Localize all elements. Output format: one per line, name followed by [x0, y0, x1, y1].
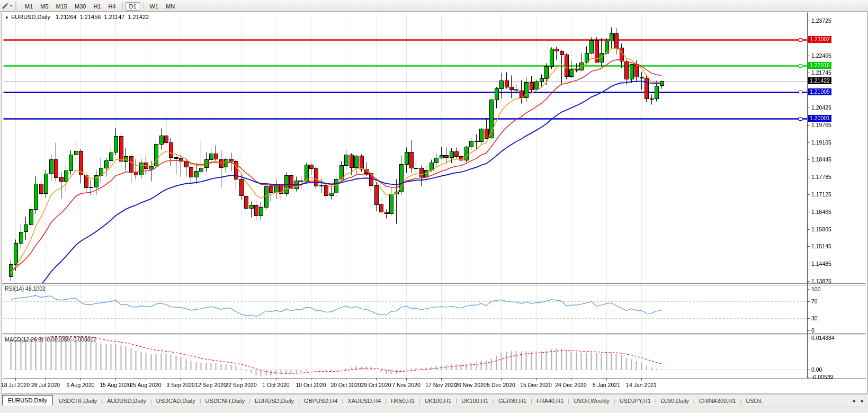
- timeframe-button-m15[interactable]: M15: [52, 2, 71, 11]
- timeframe-button-h4[interactable]: H4: [104, 2, 119, 11]
- price-axis-tick: 1.20425: [811, 104, 831, 111]
- symbol-dropdown-icon[interactable]: ▼: [5, 15, 9, 20]
- chart-tab[interactable]: USDCNH,Daily: [201, 396, 249, 406]
- price-axis-tick: 1.17125: [811, 191, 831, 197]
- timeframe-buttons: M1M5M15M30H1H4D1W1MN: [21, 1, 178, 11]
- price-axis-tick: 1.14485: [811, 261, 831, 267]
- indicator-axis-tick: 100: [811, 286, 821, 292]
- indicator-axis-tick: -0.00539: [811, 374, 833, 380]
- price-axis-tick: 1.19765: [811, 122, 831, 128]
- chart-tab[interactable]: USDCAD,Daily: [152, 396, 200, 406]
- ohlc-open: 1.21264: [56, 14, 77, 20]
- dropdown-caret-icon[interactable]: ▾: [10, 3, 12, 8]
- price-axis-tick: 1.13825: [811, 278, 831, 284]
- ohlc-low: 1.21147: [104, 14, 124, 20]
- price-axis-tick: 1.16465: [811, 209, 831, 215]
- price-level-badge[interactable]: 1.20001: [808, 115, 831, 122]
- price-axis-tick: 1.22405: [811, 52, 831, 59]
- chart-symbol: EURUSD,Daily: [11, 14, 50, 20]
- timeframe-button-w1[interactable]: W1: [146, 2, 163, 11]
- chart-tab[interactable]: UK100,H1: [457, 396, 493, 406]
- chart-tab[interactable]: CHINA300,H1: [695, 396, 740, 406]
- timeframe-button-d1[interactable]: D1: [126, 2, 140, 11]
- status-strip: [0, 407, 868, 413]
- chart-tab[interactable]: XAUUSD,H4: [343, 396, 385, 406]
- chart-tab[interactable]: AUDUSD,Daily: [103, 396, 150, 406]
- price-level-badge[interactable]: 1.23002: [808, 36, 831, 43]
- tab-scroll-left-icon[interactable]: ◄: [851, 398, 856, 403]
- price-level-badge[interactable]: 1.21009: [808, 88, 831, 95]
- price-axis-tick: 1.23725: [811, 17, 831, 24]
- timeframe-button-mn[interactable]: MN: [162, 2, 178, 11]
- cursor-tool-icon[interactable]: [1, 2, 10, 10]
- chart-tab[interactable]: GER30,H1: [494, 396, 531, 406]
- toolbar-separator: [143, 2, 144, 10]
- ohlc-high: 1.21456: [80, 14, 101, 20]
- current-price-badge: 1.21422: [808, 77, 831, 84]
- chart-tab[interactable]: GBPUSD,H4: [300, 396, 342, 406]
- price-axis-tick: 1.19105: [811, 139, 831, 146]
- indicator-axis-tick: 0.00: [811, 366, 822, 373]
- timeframe-button-h1[interactable]: H1: [90, 2, 104, 11]
- chart-tab-bar: EURUSD,DailyUSDCHF,Daily|AUDUSD,Daily|US…: [0, 394, 868, 407]
- toolbar-separator: [122, 2, 123, 10]
- indicator-axis-tick: 30: [811, 315, 818, 321]
- chart-tab[interactable]: UK100,H1: [420, 396, 456, 406]
- price-level-badge[interactable]: 1.22016: [808, 62, 831, 69]
- tab-scroll-right-icon[interactable]: ►: [860, 398, 865, 403]
- indicator-axis-tick: 0: [811, 327, 815, 334]
- toolbar-grip: [15, 2, 18, 10]
- chart-tab[interactable]: EURUSD,Daily: [250, 396, 298, 406]
- timeframe-button-m1[interactable]: M1: [21, 2, 37, 11]
- price-axis-tick: 1.17785: [811, 174, 831, 180]
- tab-scroll-buttons: ◄ ►: [846, 394, 868, 407]
- timeframe-button-m5[interactable]: M5: [37, 2, 52, 11]
- chart-tab[interactable]: EURUSD,Daily: [2, 395, 53, 406]
- price-axis-tick: 1.21745: [811, 69, 831, 76]
- timeframe-button-m30[interactable]: M30: [71, 2, 90, 11]
- chart-tab[interactable]: USOil,Weekly: [569, 396, 614, 406]
- chart-tab[interactable]: FRA40,H1: [532, 396, 568, 406]
- date-axis-tick: 14 Jan 2021: [620, 382, 663, 388]
- price-axis-tick: 1.15805: [811, 226, 831, 232]
- chart-tab[interactable]: HK50,H1: [387, 396, 419, 406]
- chart-tab[interactable]: DJ30,Daily: [657, 396, 693, 406]
- macd-indicator-label: MACD(12,26,9) -0.001059 -0.000802: [5, 336, 96, 343]
- price-axis-tick: 1.18445: [811, 156, 831, 163]
- indicator-axis-tick: 0.014384: [811, 335, 835, 341]
- chart-canvas[interactable]: [2, 12, 866, 392]
- rsi-indicator-label: RSI(14) 48.1002: [5, 285, 46, 292]
- chart-tab[interactable]: USDJPY,H1: [615, 396, 655, 406]
- chart-window: ▼EURUSD,Daily1.212641.214561.211471.2142…: [2, 12, 867, 393]
- indicator-axis-tick: 70: [811, 298, 818, 304]
- chart-tab[interactable]: USDCHF,Daily: [55, 396, 101, 406]
- toolbar: ▾ M1M5M15M30H1H4D1W1MN: [0, 0, 868, 12]
- chart-header: ▼EURUSD,Daily1.212641.214561.211471.2142…: [5, 14, 152, 20]
- chart-tab[interactable]: USOil,: [741, 396, 767, 406]
- ohlc-close: 1.21422: [128, 14, 149, 20]
- price-axis-tick: 1.15145: [811, 243, 831, 249]
